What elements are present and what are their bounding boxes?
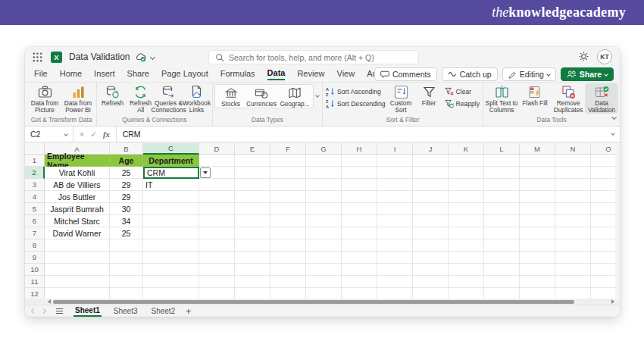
cell-F10[interactable] [270, 264, 306, 276]
data-from-picture-button[interactable]: Data from Picture [28, 83, 61, 114]
cell-D11[interactable] [199, 276, 235, 288]
cell-N9[interactable] [555, 252, 591, 264]
horizontal-scrollbar[interactable] [25, 299, 620, 305]
cell-D10[interactable] [199, 264, 235, 276]
cell-G6[interactable] [306, 215, 342, 227]
sheet-nav-left-icon[interactable] [31, 308, 36, 314]
cell-M8[interactable] [520, 239, 555, 252]
scrollbar-thumb[interactable] [53, 300, 574, 304]
custom-sort-button[interactable]: Custom Sort [387, 83, 415, 114]
formula-input[interactable]: CRM [117, 130, 147, 139]
excel-app-icon[interactable]: X [51, 52, 62, 63]
name-box[interactable]: C2 [25, 127, 73, 142]
cell-C9[interactable] [143, 252, 199, 264]
cancel-icon[interactable]: × [80, 130, 84, 139]
cell-H8[interactable] [342, 239, 377, 252]
cell-J11[interactable] [413, 276, 449, 288]
cell-N5[interactable] [555, 203, 591, 215]
cell-N3[interactable] [555, 179, 591, 191]
scroll-right-arrow-icon[interactable] [611, 299, 614, 304]
refresh-button[interactable]: Refresh [98, 83, 127, 107]
cell-F4[interactable] [270, 191, 306, 203]
cell-J3[interactable] [413, 179, 449, 191]
cell-G1[interactable] [306, 155, 342, 167]
menu-home[interactable]: Home [60, 69, 82, 80]
cell-G7[interactable] [306, 227, 342, 239]
column-header-D[interactable]: D [199, 143, 235, 155]
clear-filter-button[interactable]: Clear [445, 87, 480, 96]
menu-file[interactable]: File [34, 69, 48, 80]
cell-F7[interactable] [270, 227, 306, 239]
row-header-10[interactable]: 10 [25, 264, 45, 276]
settings-gear-icon[interactable] [578, 51, 589, 62]
cell-D9[interactable] [199, 252, 235, 264]
sheet-list-menu-icon[interactable] [56, 308, 63, 314]
cell-E2[interactable] [235, 167, 270, 179]
row-header-6[interactable]: 6 [25, 215, 45, 227]
cell-J4[interactable] [413, 191, 449, 203]
cell-I4[interactable] [377, 191, 413, 203]
cell-B10[interactable] [110, 264, 143, 276]
cell-K4[interactable] [449, 191, 484, 203]
cell-N8[interactable] [555, 239, 591, 252]
menu-share[interactable]: Share [127, 69, 149, 80]
cell-M2[interactable] [520, 167, 555, 179]
cell-L11[interactable] [484, 276, 520, 288]
cell-F6[interactable] [270, 215, 306, 227]
cell-G10[interactable] [306, 264, 342, 276]
cell-G11[interactable] [306, 276, 342, 288]
cell-O5[interactable] [591, 203, 615, 215]
cell-K2[interactable] [449, 167, 484, 179]
cell-N10[interactable] [555, 264, 591, 276]
filter-button[interactable]: Filter [415, 83, 443, 107]
cell-J6[interactable] [413, 215, 449, 227]
data-validation-button[interactable]: Data Validation [585, 83, 618, 114]
sheet-tab-sheet2[interactable]: Sheet2 [150, 306, 177, 316]
cell-L10[interactable] [484, 264, 520, 276]
title-chevron-down-icon[interactable] [149, 54, 155, 59]
cell-A9[interactable] [45, 252, 110, 264]
cell-H4[interactable] [342, 191, 377, 203]
cell-K8[interactable] [449, 239, 484, 252]
cell-O11[interactable] [591, 276, 615, 288]
enter-check-icon[interactable]: ✓ [90, 130, 97, 139]
cell-E11[interactable] [235, 276, 270, 288]
scroll-left-arrow-icon[interactable] [48, 299, 51, 304]
cell-J10[interactable] [413, 264, 449, 276]
cell-J9[interactable] [413, 252, 449, 264]
cell-F2[interactable] [270, 167, 306, 179]
cell-B1[interactable]: Age [110, 155, 143, 167]
column-header-K[interactable]: K [449, 143, 484, 155]
add-sheet-button[interactable]: + [186, 306, 191, 317]
row-header-3[interactable]: 3 [25, 179, 45, 191]
cell-E3[interactable] [235, 179, 270, 191]
cell-A8[interactable] [45, 239, 110, 252]
sheet-tab-sheet3[interactable]: Sheet3 [112, 306, 139, 316]
cell-H2[interactable] [342, 167, 377, 179]
cell-H5[interactable] [342, 203, 377, 215]
cell-M9[interactable] [520, 252, 555, 264]
cell-H7[interactable] [342, 227, 377, 239]
cell-J8[interactable] [413, 239, 449, 252]
cell-A11[interactable] [45, 276, 110, 288]
cell-H3[interactable] [342, 179, 377, 191]
cell-H9[interactable] [342, 252, 377, 264]
user-avatar[interactable]: KT [597, 49, 612, 64]
document-title[interactable]: Data Validation [69, 52, 130, 62]
cell-K7[interactable] [449, 227, 484, 239]
cell-F8[interactable] [270, 239, 306, 252]
cell-A1[interactable]: Employee Name [45, 155, 110, 167]
editing-dropdown-button[interactable]: Editing [502, 67, 556, 81]
cell-C3[interactable]: IT [143, 179, 199, 191]
column-header-L[interactable]: L [484, 143, 520, 155]
cell-D3[interactable] [199, 179, 235, 191]
cell-I3[interactable] [377, 179, 413, 191]
cell-F3[interactable] [270, 179, 306, 191]
cell-K9[interactable] [449, 252, 484, 264]
row-header-5[interactable]: 5 [25, 203, 45, 215]
cell-I7[interactable] [377, 227, 413, 239]
cell-H1[interactable] [342, 155, 377, 167]
cell-B2[interactable]: 25 [110, 167, 143, 179]
cell-E9[interactable] [235, 252, 270, 264]
sheet-nav-right-icon[interactable] [41, 308, 46, 314]
